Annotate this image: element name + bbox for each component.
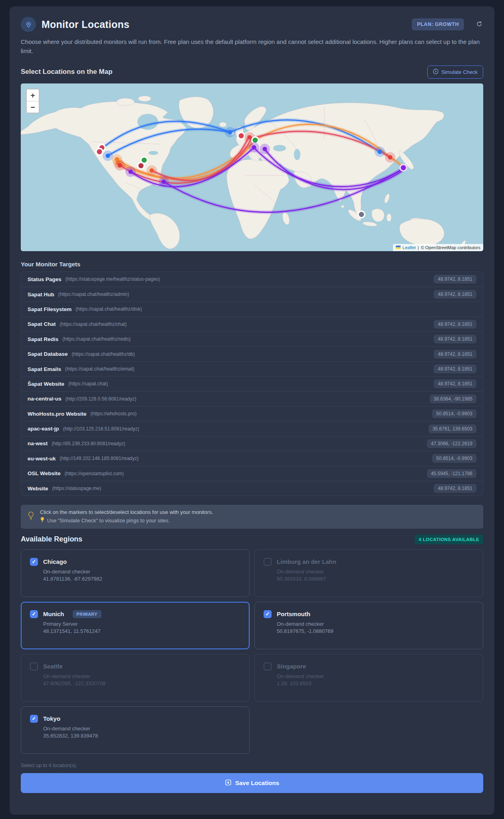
map-marker[interactable] <box>357 210 365 218</box>
map-marker[interactable] <box>249 142 259 153</box>
region-coords: 50.383333, 8.066667 <box>277 576 474 582</box>
map-marker[interactable] <box>125 167 136 177</box>
map-marker[interactable] <box>103 151 113 161</box>
table-row: Šapat Website (https://sapat.chat) 48.97… <box>21 376 483 391</box>
play-circle-icon <box>433 69 439 75</box>
map-marker[interactable] <box>399 164 407 172</box>
map-marker[interactable] <box>385 152 395 163</box>
target-url: (http://85.239.233.60:8081/readyz) <box>52 441 125 446</box>
region-coords: 48.1371541, 11.5761247 <box>43 628 240 634</box>
table-row: Sapat Emails (https://sapat.chat/healthz… <box>21 361 483 376</box>
ukraine-flag-icon <box>396 245 401 250</box>
target-coords-badge: 35.6761, 139.6503 <box>429 424 476 433</box>
region-card[interactable]: Limburg an der Lahn On-demand checker 50… <box>254 549 483 597</box>
target-url: (https://sapat.chat/healthz/redis) <box>62 336 131 342</box>
target-name: na-west <box>28 440 48 446</box>
header: Monitor Locations PLAN: GROWTH <box>21 17 483 32</box>
map-marker[interactable] <box>375 147 385 157</box>
target-name: WhoHosts.pro Website <box>28 411 87 417</box>
table-row: Website (https://statuspage.me) 48.9742,… <box>21 481 483 496</box>
target-url: (https://sapat.chat/healthz/email) <box>65 366 134 372</box>
region-card[interactable]: ✓ Munich PRIMARY Primary Server 48.13715… <box>21 602 250 649</box>
target-url: (https://openstartuplist.com) <box>65 471 124 476</box>
save-locations-button[interactable]: Save Locations <box>21 773 483 793</box>
page-description: Choose where your distributed monitors w… <box>21 37 483 56</box>
region-coords: 1.29, 103.8503 <box>277 680 474 686</box>
regions-heading: Available Regions <box>21 535 82 543</box>
target-url: (https://sapat.chat/healthz/admin) <box>58 292 129 297</box>
region-name: Munich <box>43 611 64 617</box>
locations-available-badge: 4 LOCATIONS AVAILABLE <box>415 535 483 544</box>
region-coords: 50.8197675, -1.0880769 <box>277 628 474 634</box>
zoom-in-button[interactable]: + <box>27 89 39 101</box>
region-type: On-demand checker <box>277 673 474 679</box>
region-card[interactable]: ✓ Tokyo On-demand checker 35.652832, 139… <box>21 706 250 754</box>
map-marker[interactable] <box>147 165 157 176</box>
region-checkbox-checked[interactable]: ✓ <box>30 558 38 566</box>
target-coords-badge: 38.6364, -90.1985 <box>430 395 476 403</box>
target-coords-badge: 50.8514, -0.9903 <box>432 454 476 463</box>
table-row: na-west (http://85.239.233.60:8081/ready… <box>21 436 483 451</box>
region-type: On-demand checker <box>43 726 240 732</box>
table-row: Sapat Hub (https://sapat.chat/healthz/ad… <box>21 287 483 301</box>
save-locations-label: Save Locations <box>235 779 279 786</box>
lightbulb-icon <box>27 511 35 523</box>
region-checkbox[interactable] <box>264 558 272 566</box>
plan-badge: PLAN: GROWTH <box>412 18 464 30</box>
zoom-out-button[interactable]: − <box>27 101 39 113</box>
location-limit-note: Select up to 4 location(s). <box>21 763 483 768</box>
target-url: (https://sapat.chat/healthz/chat) <box>60 321 127 327</box>
target-name: Website <box>28 486 48 492</box>
target-name: Sapat Hub <box>28 292 54 297</box>
bulb-emoji-icon <box>40 517 45 525</box>
map-attribution: Leaflet | © OpenStreetMap contributors <box>393 244 483 251</box>
target-coords-badge: 48.9742, 8.1851 <box>434 365 476 373</box>
region-card[interactable]: ✓ Chicago On-demand checker 41.8781136, … <box>21 549 250 597</box>
region-card[interactable]: ✓ Portsmouth On-demand checker 50.819767… <box>254 602 483 649</box>
region-name: Limburg an der Lahn <box>277 558 336 565</box>
region-card[interactable]: Seattle On-demand checker 47.6062095, -1… <box>21 654 250 702</box>
target-url: (https://sapat.chat) <box>68 381 108 387</box>
target-coords-badge: 48.9742, 8.1851 <box>434 275 476 284</box>
target-name: apac-east-jp <box>28 426 59 432</box>
map-marker[interactable] <box>137 162 145 170</box>
table-row: OSL Website (https://openstartuplist.com… <box>21 466 483 481</box>
region-name: Singapore <box>277 663 306 670</box>
region-checkbox[interactable] <box>264 662 272 670</box>
table-row: Sapat Redis (https://sapat.chat/healthz/… <box>21 331 483 346</box>
table-row: Sapat Chat (https://sapat.chat/healthz/c… <box>21 317 483 331</box>
target-coords-badge: 45.5945, -121.1786 <box>427 469 476 478</box>
target-coords-badge: 48.9742, 8.1851 <box>434 350 476 359</box>
target-coords-badge: 47.3066, -122.2619 <box>427 439 476 448</box>
map-marker[interactable] <box>95 148 103 156</box>
map-marker[interactable] <box>260 144 270 154</box>
table-row: WhoHosts.pro Website (https://whohosts.p… <box>21 406 483 421</box>
region-checkbox-checked[interactable]: ✓ <box>264 610 272 618</box>
region-type: On-demand checker <box>43 569 240 575</box>
map-marker[interactable] <box>237 132 245 140</box>
map-marker[interactable] <box>159 176 169 187</box>
region-coords: 47.6062095, -122.3320708 <box>43 680 240 686</box>
regions-header: Available Regions 4 LOCATIONS AVAILABLE <box>21 535 483 544</box>
simulate-check-button[interactable]: Simulate Check <box>427 65 483 79</box>
region-name: Chicago <box>43 558 67 565</box>
target-name: Sapat Chat <box>28 321 56 327</box>
osm-attribution: © OpenStreetMap contributors <box>421 245 480 250</box>
map-marker[interactable] <box>225 127 235 137</box>
target-coords-badge: 48.9742, 8.1851 <box>434 320 476 329</box>
targets-list: Status Pages (https://statuspage.me/heal… <box>21 272 483 496</box>
region-card[interactable]: Singapore On-demand checker 1.29, 103.85… <box>254 654 483 702</box>
table-row: apac-east-jp (http://103.125.216.51:8081… <box>21 421 483 436</box>
refresh-icon <box>476 21 482 28</box>
map-marker[interactable] <box>115 160 125 171</box>
region-checkbox[interactable] <box>30 662 38 670</box>
leaflet-link[interactable]: Leaflet <box>403 245 416 250</box>
target-url: (https://statuspage.me/healthz/status-pa… <box>65 276 160 282</box>
world-map[interactable]: + − Leaflet | © OpenStreetMap contributo… <box>21 83 483 251</box>
target-name: eu-west-uk <box>28 456 56 462</box>
primary-badge: PRIMARY <box>73 610 101 618</box>
refresh-button[interactable] <box>475 20 483 29</box>
region-checkbox-checked[interactable]: ✓ <box>30 715 38 723</box>
region-checkbox-checked[interactable]: ✓ <box>30 610 38 618</box>
region-name: Portsmouth <box>277 611 310 617</box>
